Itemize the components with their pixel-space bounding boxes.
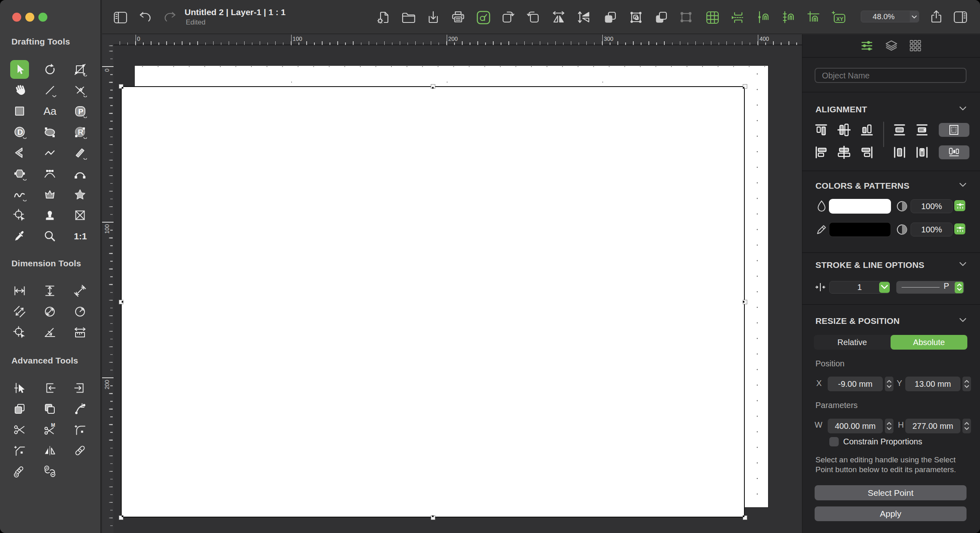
svg-text:M: M xyxy=(51,423,55,428)
svg-text:D: D xyxy=(18,128,23,136)
svg-text:1:1: 1:1 xyxy=(74,231,87,241)
svg-text:XY: XY xyxy=(836,16,844,22)
svg-text:R: R xyxy=(78,128,84,136)
svg-text:Aa: Aa xyxy=(44,105,57,117)
svg-text:P: P xyxy=(78,107,84,116)
